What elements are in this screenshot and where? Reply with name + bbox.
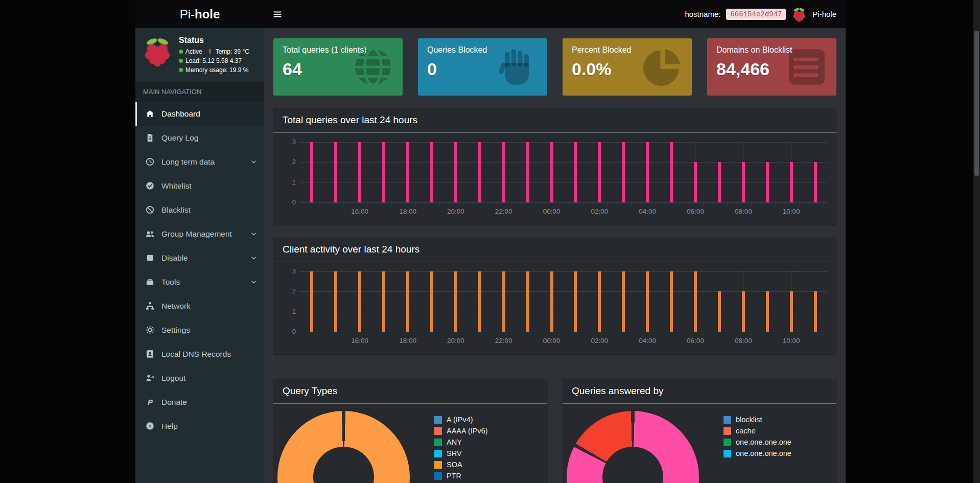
- panel-title: Client activity over last 24 hours: [283, 244, 827, 255]
- app-wrapper: Pi-hole hostname: 666154e2d947: [135, 0, 846, 483]
- scrollbar-track[interactable]: [973, 0, 980, 483]
- client-activity-bar-chart: 012316:0018:0020:0022:0000:0002:0004:000…: [283, 271, 827, 347]
- sidebar-section-label: MAIN NAVIGATION: [135, 82, 264, 102]
- legend-item[interactable]: SRV: [434, 448, 488, 459]
- chart-bar: [694, 271, 697, 332]
- chart-bar: [454, 142, 457, 202]
- hamburger-icon: [273, 10, 282, 19]
- toolbox-icon: [144, 278, 155, 286]
- panel-header: Client activity over last 24 hours: [273, 237, 836, 262]
- sidebar-item-local-dns-records[interactable]: Local DNS Records: [135, 342, 264, 366]
- x-axis-label: 04:00: [639, 337, 656, 344]
- gears-icon: [144, 326, 155, 334]
- sidebar-item-blacklist[interactable]: Blacklist: [135, 198, 264, 222]
- svg-text:P: P: [148, 398, 153, 406]
- chart-bar: [382, 142, 385, 202]
- legend-item[interactable]: blocklist: [724, 414, 791, 425]
- product-name-link[interactable]: Pi-hole: [812, 10, 836, 18]
- legend-item[interactable]: A (IPv4): [434, 414, 488, 425]
- y-axis-label: 3: [283, 138, 296, 146]
- chevron-down-icon: [250, 255, 257, 261]
- y-axis-label: 0: [283, 198, 296, 206]
- sidebar-item-disable[interactable]: Disable: [135, 246, 264, 270]
- legend-item[interactable]: one.one.one.one: [724, 448, 791, 459]
- chart-bar: [454, 271, 457, 332]
- file-icon: [144, 133, 155, 142]
- stat-card-total-queries: Total queries (1 clients)64: [273, 38, 403, 96]
- sidebar-item-donate[interactable]: PDonate: [135, 390, 264, 414]
- legend-item[interactable]: one.one.one.one: [724, 436, 791, 448]
- stat-card-value: 0.0%: [572, 59, 683, 79]
- sidebar-item-label: Tools: [161, 278, 180, 287]
- donut-hole: [602, 447, 663, 483]
- pihole-logo-icon[interactable]: [791, 7, 807, 22]
- chart-bar: [718, 162, 721, 202]
- sidebar-item-logout[interactable]: Logout: [135, 366, 264, 390]
- panel-body: 012316:0018:0020:0022:0000:0002:0004:000…: [273, 262, 836, 354]
- sidebar-item-label: Group Management: [161, 229, 232, 239]
- svg-text:?: ?: [148, 423, 151, 429]
- status-title: Status: [179, 36, 249, 45]
- status-text: Load: 5.12 5.58 4.37: [185, 57, 242, 64]
- panel-client-activity: Client activity over last 24 hours 01231…: [273, 237, 836, 354]
- status-panel: Status ActiveTemp: 39 °CLoad: 5.12 5.58 …: [135, 28, 264, 82]
- sidebar-item-query-log[interactable]: Query Log: [135, 126, 264, 150]
- legend-label: PTR: [447, 472, 461, 480]
- legend-item[interactable]: PTR: [434, 470, 488, 481]
- sidebar-item-label: Blacklist: [161, 205, 191, 215]
- status-line: Load: 5.12 5.58 4.37: [179, 57, 249, 64]
- chart-bar: [790, 291, 793, 332]
- sidebar-item-group-management[interactable]: Group Management: [135, 222, 264, 246]
- sidebar-item-whitelist[interactable]: Whitelist: [135, 174, 264, 198]
- legend-item[interactable]: SOA: [434, 459, 488, 470]
- sidebar-item-help[interactable]: ?Help: [135, 414, 264, 438]
- brand-logo[interactable]: Pi-hole: [135, 0, 264, 28]
- legend-label: one.one.one.one: [736, 438, 791, 446]
- x-axis-label: 06:00: [687, 208, 704, 215]
- sidebar-item-dashboard[interactable]: Dashboard: [135, 102, 264, 126]
- chart-bar: [814, 162, 817, 202]
- sidebar-item-tools[interactable]: Tools: [135, 270, 264, 294]
- status-dot-icon: [179, 50, 183, 54]
- x-axis-label: 08:00: [735, 208, 752, 215]
- legend-color-swatch: [724, 439, 731, 446]
- brand-text-light: Pi-: [180, 7, 195, 21]
- chart-bar: [814, 291, 817, 332]
- users-icon: [144, 229, 155, 238]
- scrollbar-thumb[interactable]: [974, 31, 979, 176]
- chart-bar: [742, 162, 745, 202]
- legend-item[interactable]: AAAA (IPv6): [434, 425, 488, 436]
- chart-bar: [358, 142, 361, 202]
- panel-header: Queries answered by: [563, 379, 836, 404]
- network-icon: [144, 302, 155, 310]
- answered-by-donut-chart: [567, 411, 699, 483]
- legend-item[interactable]: ANY: [434, 436, 488, 448]
- sidebar-item-label: Network: [161, 302, 191, 311]
- panel-answered-by: Queries answered by blocklistcacheone.on…: [563, 379, 836, 483]
- stat-card-label: Total queries (1 clients): [283, 45, 393, 55]
- y-axis-label: 1: [283, 178, 296, 186]
- chart-bar: [766, 291, 769, 332]
- y-axis-label: 3: [283, 267, 296, 275]
- chart-bar: [430, 142, 433, 202]
- panel-title: Total queries over last 24 hours: [283, 114, 827, 126]
- ban-icon: [144, 205, 155, 214]
- sidebar-item-settings[interactable]: Settings: [135, 318, 264, 342]
- chart-bar: [790, 162, 793, 202]
- sidebar-item-long-term-data[interactable]: Long term data: [135, 150, 264, 174]
- y-axis-label: 1: [283, 308, 296, 315]
- stat-card-percent-blocked: Percent Blocked0.0%: [563, 38, 692, 96]
- legend-label: blocklist: [736, 416, 762, 424]
- legend-item[interactable]: cache: [724, 425, 791, 436]
- sidebar-toggle-button[interactable]: [264, 0, 291, 28]
- legend-color-swatch: [434, 439, 442, 446]
- sidebar-item-network[interactable]: Network: [135, 294, 264, 318]
- chart-bar: [382, 271, 385, 332]
- x-axis: 16:0018:0020:0022:0000:0002:0004:0006:00…: [300, 206, 827, 218]
- home-icon: [144, 109, 155, 118]
- chart-plot-area: [300, 271, 827, 332]
- x-axis-label: 18:00: [399, 337, 416, 344]
- chart-bar: [598, 142, 601, 202]
- sidebar-item-label: Local DNS Records: [161, 350, 231, 359]
- x-axis-label: 16:00: [351, 337, 368, 344]
